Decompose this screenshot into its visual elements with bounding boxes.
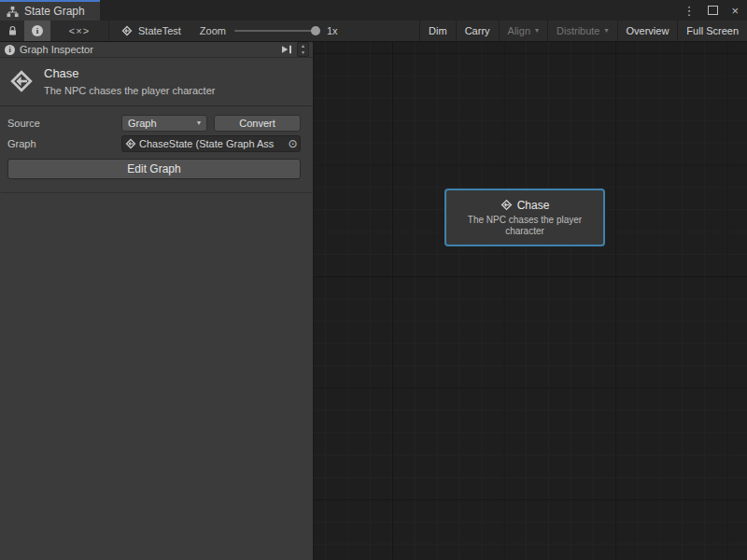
inspector-header-controls: ▲ ▼ xyxy=(281,42,309,57)
full-screen-button[interactable]: Full Screen xyxy=(677,21,747,41)
inspector-body: Source Graph ▾ Convert Graph xyxy=(0,106,313,193)
tab-state-graph[interactable]: State Graph xyxy=(0,0,100,21)
graph-inspector-panel: Graph Inspector ▲ ▼ xyxy=(0,42,314,560)
chevron-down-icon: ▾ xyxy=(197,119,201,127)
overview-button[interactable]: Overview xyxy=(617,21,678,41)
state-node-chase[interactable]: Chase The NPC chases the player characte… xyxy=(444,189,605,246)
inspector-toggle-button[interactable] xyxy=(24,21,50,41)
zoom-slider-handle[interactable] xyxy=(311,26,320,35)
object-picker-icon[interactable]: ⊙ xyxy=(286,138,300,149)
state-title: Chase xyxy=(44,66,215,80)
tab-label: State Graph xyxy=(24,5,85,18)
graph-toolbar: <×> StateTest Zoom 1x Dim Carry Align ▾ xyxy=(0,21,747,42)
graph-inspector-header: Graph Inspector ▲ ▼ xyxy=(0,42,313,58)
chevron-down-icon: ▾ xyxy=(535,27,539,35)
breadcrumb[interactable]: StateTest xyxy=(109,21,194,41)
scrub-up-icon[interactable]: ▲ xyxy=(298,43,308,49)
node-title: Chase xyxy=(517,199,550,212)
dock-panel-icon[interactable] xyxy=(281,45,292,54)
inspector-divider xyxy=(1,192,312,193)
lock-button[interactable] xyxy=(0,21,24,41)
graph-canvas[interactable]: Chase The NPC chases the player characte… xyxy=(314,42,747,560)
lock-icon xyxy=(7,25,18,36)
node-description: The NPC chases the player character xyxy=(452,215,598,237)
graph-hierarchy-icon xyxy=(7,6,19,18)
graph-object-field[interactable]: ChaseState (State Graph Ass ⊙ xyxy=(121,135,301,152)
source-dropdown[interactable]: Graph ▾ xyxy=(121,115,207,132)
state-graph-icon xyxy=(125,138,136,149)
zoom-control: Zoom 1x xyxy=(194,21,344,41)
graph-object-value: ChaseState (State Graph Ass xyxy=(139,138,283,149)
info-icon xyxy=(5,45,15,55)
window-menu-icon[interactable]: ⋮ xyxy=(683,5,695,17)
code-view-button[interactable]: <×> xyxy=(50,21,109,41)
graph-label: Graph xyxy=(7,138,121,149)
align-button: Align ▾ xyxy=(499,21,547,41)
inspector-header-title: Graph Inspector xyxy=(20,44,93,55)
breadcrumb-label: StateTest xyxy=(138,25,181,36)
state-summary: Chase The NPC chases the player characte… xyxy=(0,58,313,106)
state-graph-icon xyxy=(121,25,133,36)
window-controls: ⋮ × xyxy=(683,0,739,21)
state-graph-window: State Graph ⋮ × <×> xyxy=(0,0,747,560)
zoom-slider[interactable] xyxy=(234,30,318,32)
source-row: Source Graph ▾ Convert xyxy=(7,115,301,132)
distribute-button: Distribute ▾ xyxy=(547,21,616,41)
state-description: The NPC chases the player character xyxy=(44,85,215,97)
node-title-row: Chase xyxy=(500,199,550,212)
carry-button[interactable]: Carry xyxy=(456,21,499,41)
scrub-down-icon[interactable]: ▼ xyxy=(298,49,308,56)
zoom-value: 1x xyxy=(327,25,338,36)
zoom-label: Zoom xyxy=(200,25,226,36)
window-titlebar: State Graph ⋮ × xyxy=(0,0,747,21)
maximize-icon[interactable] xyxy=(708,6,718,15)
toolbar-spacer xyxy=(344,21,419,41)
panel-scrubber: ▲ ▼ xyxy=(297,42,309,57)
dim-button[interactable]: Dim xyxy=(419,21,456,41)
edit-graph-button[interactable]: Edit Graph xyxy=(7,159,301,179)
chevron-down-icon: ▾ xyxy=(605,27,609,35)
info-icon xyxy=(32,25,43,36)
close-icon[interactable]: × xyxy=(731,5,739,17)
source-dropdown-value: Graph xyxy=(128,118,157,129)
state-graph-icon xyxy=(9,69,34,93)
graph-row: Graph ChaseState (State Graph Ass ⊙ xyxy=(7,135,301,152)
convert-button[interactable]: Convert xyxy=(214,115,301,132)
source-label: Source xyxy=(7,118,121,129)
state-graph-icon xyxy=(500,199,513,211)
